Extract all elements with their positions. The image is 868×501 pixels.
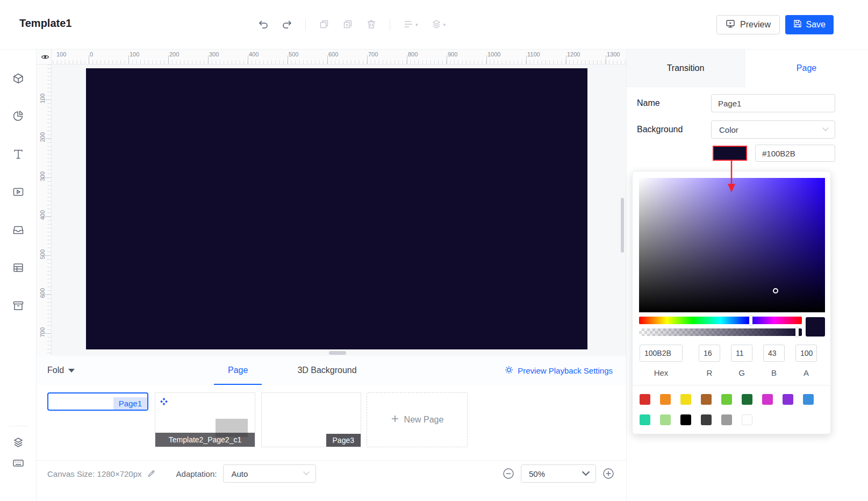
page-panel-header: Fold Page 3D Background Preview Playback… bbox=[37, 356, 626, 385]
saturation-marker[interactable] bbox=[773, 288, 778, 294]
page-name-input[interactable] bbox=[711, 94, 835, 112]
picker-divider bbox=[633, 385, 831, 385]
tab-transition[interactable]: Transition bbox=[627, 49, 745, 87]
layer-order-dropdown-button[interactable]: ▾ bbox=[431, 19, 446, 31]
preset-color-swatch[interactable] bbox=[680, 394, 691, 405]
header-bar: Template1 ▾ bbox=[0, 0, 868, 49]
preset-color-swatch[interactable] bbox=[721, 414, 732, 425]
copy-button[interactable] bbox=[319, 19, 329, 31]
save-icon bbox=[793, 19, 802, 30]
background-type-value: Color bbox=[719, 125, 738, 134]
sidebar-item-charts[interactable] bbox=[12, 110, 24, 121]
name-label: Name bbox=[637, 98, 660, 108]
tab-3d-background[interactable]: 3D Background bbox=[283, 356, 370, 385]
preset-color-swatch[interactable] bbox=[742, 414, 752, 425]
page-thumbnail-1[interactable]: Page1 bbox=[47, 392, 148, 411]
sidebar-item-materials[interactable] bbox=[12, 224, 24, 236]
fold-label: Fold bbox=[47, 366, 64, 375]
tab-page[interactable]: Page bbox=[214, 356, 262, 385]
tab-transition-label: Transition bbox=[667, 63, 705, 73]
red-value-input[interactable] bbox=[699, 345, 720, 362]
tab-page-properties[interactable]: Page bbox=[745, 49, 868, 87]
preset-color-swatch[interactable] bbox=[721, 394, 732, 405]
zoom-select[interactable]: 50% bbox=[521, 464, 596, 483]
preset-color-swatch[interactable] bbox=[640, 414, 650, 425]
preset-color-swatch[interactable] bbox=[701, 414, 712, 425]
undo-button[interactable] bbox=[258, 19, 269, 31]
preset-color-swatch[interactable] bbox=[803, 394, 814, 405]
background-label: Background bbox=[637, 125, 683, 134]
blue-value-input[interactable] bbox=[763, 345, 785, 362]
preset-color-swatch[interactable] bbox=[660, 414, 671, 425]
page-thumbnails: Page1 Template2_Page2_c1 Page3 New Page bbox=[37, 385, 626, 460]
tab-3d-background-label: 3D Background bbox=[297, 366, 356, 375]
background-hex-input[interactable] bbox=[755, 145, 835, 162]
sidebar-item-media[interactable] bbox=[12, 186, 24, 198]
adaptation-select[interactable]: Auto bbox=[223, 464, 316, 483]
saturation-area[interactable] bbox=[639, 178, 825, 312]
v-ruler-tick: 300 bbox=[39, 171, 46, 181]
duplicate-button[interactable] bbox=[342, 19, 353, 31]
hue-handle[interactable] bbox=[749, 316, 752, 325]
preset-color-swatch[interactable] bbox=[701, 394, 712, 405]
adaptation-label: Adaptation: bbox=[176, 464, 217, 483]
redo-icon bbox=[282, 19, 292, 31]
background-color-swatch[interactable] bbox=[713, 146, 747, 161]
sidebar-item-text[interactable] bbox=[12, 148, 24, 160]
fold-toggle[interactable]: Fold bbox=[47, 356, 75, 385]
new-page-label: New Page bbox=[404, 415, 444, 425]
alpha-value-input[interactable] bbox=[795, 345, 817, 362]
tab-page-label: Page bbox=[228, 366, 248, 375]
redo-button[interactable] bbox=[282, 19, 292, 31]
green-value-input[interactable] bbox=[731, 345, 752, 362]
preset-color-swatch[interactable] bbox=[742, 394, 752, 405]
hue-slider[interactable] bbox=[639, 317, 802, 324]
preview-button[interactable]: Preview bbox=[716, 15, 780, 34]
alpha-handle[interactable] bbox=[795, 327, 799, 337]
preset-color-swatch[interactable] bbox=[640, 394, 650, 405]
bottom-tabs: Page 3D Background bbox=[214, 356, 371, 385]
preset-color-swatch[interactable] bbox=[762, 394, 773, 405]
eye-icon[interactable] bbox=[41, 53, 49, 63]
v-ruler-tick: 100 bbox=[39, 94, 46, 103]
new-page-button[interactable]: New Page bbox=[367, 392, 468, 447]
h-ruler-tick: 1200 bbox=[567, 51, 580, 58]
layers-icon bbox=[431, 19, 442, 31]
h-ruler-tick: 1100 bbox=[527, 51, 540, 58]
preset-color-swatch[interactable] bbox=[783, 394, 793, 405]
vertical-scrollbar[interactable] bbox=[621, 198, 624, 253]
alpha-slider[interactable] bbox=[639, 328, 802, 336]
sidebar-item-3d-model[interactable] bbox=[12, 73, 24, 84]
page-label-chip: Page3 bbox=[326, 434, 361, 447]
preview-playback-settings-link[interactable]: Preview Playback Settings bbox=[505, 356, 613, 385]
horizontal-scrollbar[interactable] bbox=[329, 351, 346, 355]
canvas-stage[interactable] bbox=[86, 68, 587, 349]
zoom-in-button[interactable] bbox=[602, 464, 614, 483]
page-label-bar: Template2_Page2_c1 bbox=[155, 433, 255, 447]
h-ruler-tick: 100 bbox=[56, 51, 66, 58]
zoom-out-button[interactable] bbox=[503, 464, 514, 483]
sidebar-item-shortcuts[interactable] bbox=[12, 457, 24, 469]
h-ruler-tick: 300 bbox=[209, 51, 219, 58]
edit-canvas-size-button[interactable] bbox=[147, 464, 156, 483]
template-title: Template1 bbox=[19, 17, 71, 30]
sidebar-item-layers[interactable] bbox=[12, 436, 24, 448]
hex-label: Hex bbox=[640, 368, 683, 377]
h-ruler-tick: 100 bbox=[130, 51, 139, 58]
current-color-swatch bbox=[806, 317, 825, 337]
canvas-region: 100 0 100 200 300 400 500 600 700 800 90… bbox=[37, 49, 626, 501]
align-dropdown-button[interactable]: ▾ bbox=[403, 19, 418, 31]
sidebar-item-data-table[interactable] bbox=[12, 262, 24, 274]
preset-color-swatch[interactable] bbox=[680, 414, 691, 425]
swatch-fill bbox=[714, 147, 746, 160]
delete-button[interactable] bbox=[366, 19, 377, 31]
page-thumbnail-3[interactable]: Page3 bbox=[261, 392, 361, 447]
save-button[interactable]: Save bbox=[785, 15, 834, 34]
background-type-select[interactable]: Color bbox=[711, 120, 835, 139]
hex-value-input[interactable] bbox=[640, 345, 683, 362]
undo-icon bbox=[258, 19, 269, 31]
page-thumbnail-2[interactable]: Template2_Page2_c1 bbox=[155, 392, 255, 447]
preset-color-swatch[interactable] bbox=[660, 394, 671, 405]
blue-label: B bbox=[763, 368, 785, 377]
sidebar-item-components[interactable] bbox=[12, 300, 24, 312]
